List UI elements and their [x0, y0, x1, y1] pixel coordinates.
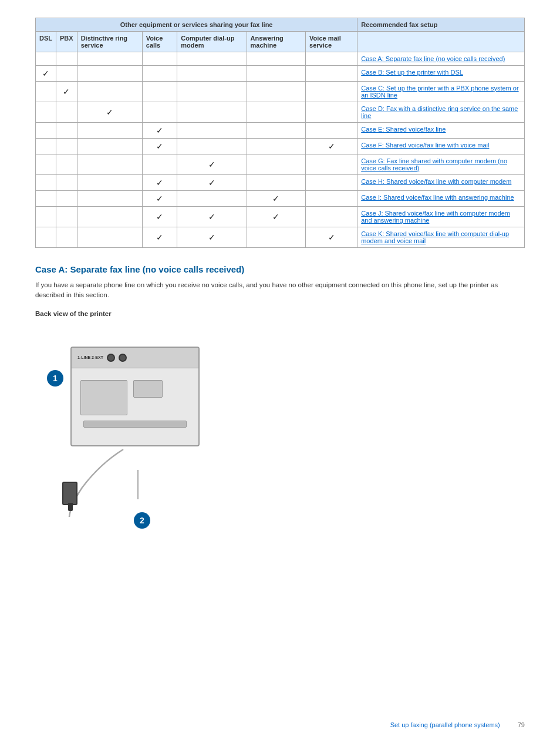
col-distinctive: Distinctive ring service — [77, 32, 142, 52]
check-cell — [306, 102, 357, 123]
check-cell: ✓ — [36, 66, 56, 82]
check-cell — [36, 154, 56, 175]
case-link[interactable]: Case F: Shared voice/fax line with voice… — [361, 142, 489, 149]
table-row: Case A: Separate fax line (no voice call… — [36, 52, 525, 66]
checkmark: ✓ — [156, 194, 163, 203]
port-2 — [119, 354, 127, 362]
check-cell: ✓ — [142, 175, 177, 191]
check-cell — [77, 175, 142, 191]
check-cell — [247, 139, 306, 154]
check-cell — [77, 139, 142, 154]
table-row: ✓Case B: Set up the printer with DSL — [36, 66, 525, 82]
col-voice-mail: Voice mail service — [306, 32, 357, 52]
check-cell — [36, 191, 56, 207]
check-cell — [56, 207, 77, 227]
case-link[interactable]: Case G: Fax line shared with computer mo… — [361, 157, 507, 172]
check-cell: ✓ — [142, 123, 177, 139]
case-link[interactable]: Case C: Set up the printer with a PBX ph… — [361, 85, 518, 99]
table-row: ✓Case G: Fax line shared with computer m… — [36, 154, 525, 175]
check-cell — [56, 227, 77, 248]
check-cell — [77, 154, 142, 175]
port-label: 1-LINE 2-EXT — [77, 355, 103, 359]
check-cell — [142, 66, 177, 82]
check-cell — [247, 102, 306, 123]
check-cell — [77, 123, 142, 139]
check-cell — [77, 207, 142, 227]
checkmark: ✓ — [156, 178, 163, 187]
check-cell — [247, 66, 306, 82]
checkmark: ✓ — [208, 160, 215, 169]
recommended-link-cell: Case I: Shared voice/fax line with answe… — [357, 191, 525, 207]
check-cell — [36, 227, 56, 248]
col-computer-modem: Computer dial-up modem — [177, 32, 247, 52]
check-cell — [306, 154, 357, 175]
table-header-recommended: Recommended fax setup — [357, 18, 525, 32]
checkmark: ✓ — [156, 233, 163, 242]
recommended-link-cell: Case H: Shared voice/fax line with compu… — [357, 175, 525, 191]
recommended-link-cell: Case D: Fax with a distinctive ring serv… — [357, 102, 525, 123]
page-footer: Set up faxing (parallel phone systems) 7… — [390, 721, 525, 728]
table-row: ✓✓✓Case J: Shared voice/fax line with co… — [36, 207, 525, 227]
check-cell — [56, 139, 77, 154]
port-1 — [107, 354, 115, 362]
table-row: ✓✓Case I: Shared voice/fax line with ans… — [36, 191, 525, 207]
printer-detail-right — [133, 380, 163, 398]
case-a-heading: Case A: Separate fax line (no voice call… — [35, 264, 525, 274]
check-cell — [142, 154, 177, 175]
recommended-link-cell: Case F: Shared voice/fax line with voice… — [357, 139, 525, 154]
case-link[interactable]: Case D: Fax with a distinctive ring serv… — [361, 105, 518, 119]
check-cell — [56, 154, 77, 175]
page-number: 79 — [518, 721, 525, 728]
printer-body: 1-LINE 2-EXT — [70, 347, 200, 446]
checkmark: ✓ — [328, 233, 335, 242]
check-cell — [142, 82, 177, 102]
case-link[interactable]: Case A: Separate fax line (no voice call… — [361, 55, 505, 62]
case-link[interactable]: Case B: Set up the printer with DSL — [361, 69, 463, 76]
col-recommended — [357, 32, 525, 52]
check-cell: ✓ — [247, 207, 306, 227]
check-cell — [177, 191, 247, 207]
table-row: ✓✓Case H: Shared voice/fax line with com… — [36, 175, 525, 191]
check-cell — [77, 52, 142, 66]
checkmark: ✓ — [156, 142, 163, 151]
check-cell — [247, 175, 306, 191]
case-link[interactable]: Case K: Shared voice/fax line with compu… — [361, 230, 509, 244]
recommended-link-cell: Case G: Fax line shared with computer mo… — [357, 154, 525, 175]
col-voice-calls: Voice calls — [142, 32, 177, 52]
check-cell: ✓ — [142, 227, 177, 248]
check-cell: ✓ — [177, 154, 247, 175]
check-cell — [306, 123, 357, 139]
checkmark: ✓ — [208, 212, 215, 221]
checkmark: ✓ — [63, 87, 70, 96]
table-header-other: Other equipment or services sharing your… — [36, 18, 357, 32]
check-cell — [142, 52, 177, 66]
check-cell — [306, 82, 357, 102]
checkmark: ✓ — [328, 142, 335, 151]
phone-jack — [62, 482, 77, 505]
check-cell — [36, 123, 56, 139]
case-link[interactable]: Case J: Shared voice/fax line with compu… — [361, 210, 510, 224]
check-cell — [306, 207, 357, 227]
check-cell — [36, 139, 56, 154]
check-cell — [177, 139, 247, 154]
check-cell — [177, 82, 247, 102]
check-cell — [77, 191, 142, 207]
case-link[interactable]: Case H: Shared voice/fax line with compu… — [361, 178, 511, 185]
checkmark: ✓ — [208, 233, 215, 242]
check-cell — [77, 66, 142, 82]
col-answering: Answering machine — [247, 32, 306, 52]
check-cell: ✓ — [142, 207, 177, 227]
check-cell — [306, 175, 357, 191]
check-cell — [177, 123, 247, 139]
check-cell — [177, 66, 247, 82]
check-cell: ✓ — [142, 139, 177, 154]
table-row: ✓Case D: Fax with a distinctive ring ser… — [36, 102, 525, 123]
check-cell — [56, 191, 77, 207]
case-link[interactable]: Case E: Shared voice/fax line — [361, 126, 446, 133]
check-cell: ✓ — [306, 227, 357, 248]
footer-link[interactable]: Set up faxing (parallel phone systems) — [390, 721, 500, 728]
check-cell: ✓ — [177, 227, 247, 248]
check-cell: ✓ — [142, 191, 177, 207]
checkmark: ✓ — [106, 107, 113, 117]
case-link[interactable]: Case I: Shared voice/fax line with answe… — [361, 194, 514, 201]
